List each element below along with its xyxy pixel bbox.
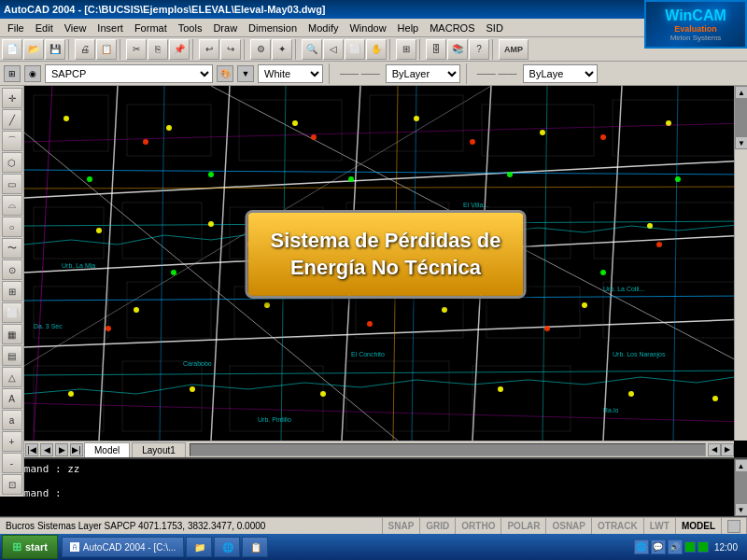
start-button[interactable]: ⊞ start	[2, 535, 58, 559]
paste-btn[interactable]: 📌	[169, 39, 190, 60]
ortho-btn[interactable]: ORTHO	[456, 518, 501, 534]
lineweight-dash: —— ——	[475, 68, 519, 78]
scroll-up-btn[interactable]: ▲	[735, 86, 747, 99]
zoom-window-btn[interactable]: ⬜	[345, 39, 365, 60]
model-btn[interactable]: MODEL	[676, 518, 722, 534]
svg-text:Ra.lo: Ra.lo	[603, 407, 618, 413]
hatch-btn[interactable]: ▦	[2, 324, 22, 344]
crosshair-btn[interactable]: ✛	[2, 88, 22, 108]
cmd-scroll-up-btn[interactable]: ▲	[735, 459, 748, 472]
vertical-scrollbar[interactable]: ▲ ▼	[734, 86, 747, 441]
copy-btn[interactable]: ⎘	[148, 39, 168, 60]
block-btn[interactable]: ⬜	[2, 302, 22, 323]
cmd-scroll-down-btn[interactable]: ▼	[735, 503, 748, 516]
menu-tools[interactable]: Tools	[173, 21, 208, 35]
zoom-realtime-btn[interactable]: 🔍	[302, 39, 322, 60]
snap-settings-btn[interactable]: ⊡	[2, 474, 22, 495]
otrack-btn[interactable]: OTRACK	[592, 518, 644, 534]
tab-first-btn[interactable]: |◀	[25, 443, 38, 456]
grid-btn[interactable]: GRID	[420, 518, 456, 534]
zoom-out-btn[interactable]: -	[2, 453, 22, 473]
zoom-in-btn[interactable]: +	[2, 431, 22, 452]
tab-layout1[interactable]: Layout1	[132, 442, 186, 457]
dtext-btn[interactable]: a	[2, 410, 22, 430]
linetype-dropdown[interactable]: ByLayer	[386, 64, 460, 83]
circle-btn[interactable]: ○	[2, 217, 22, 237]
menu-edit[interactable]: Edit	[30, 21, 59, 35]
tab-model[interactable]: Model	[84, 442, 130, 457]
amp-btn[interactable]: AMP	[499, 39, 529, 60]
line-btn[interactable]: ╱	[2, 109, 22, 130]
h-scroll-track[interactable]	[190, 443, 706, 456]
tray-green-2	[698, 541, 709, 553]
command-line-3: Command :	[6, 487, 728, 499]
adcenter-btn[interactable]: 📚	[447, 39, 468, 60]
cut-btn[interactable]: ✂	[126, 39, 147, 60]
menu-sid[interactable]: SID	[480, 21, 508, 35]
zoom-prev-btn[interactable]: ◁	[323, 39, 344, 60]
mtext-btn[interactable]: A	[2, 388, 22, 409]
match-btn[interactable]: ✦	[272, 39, 292, 60]
menu-insert[interactable]: Insert	[92, 21, 129, 35]
new-btn[interactable]: 📄	[2, 39, 22, 60]
polyline-btn[interactable]: ⌒	[2, 131, 22, 151]
osnap-btn[interactable]: OSNAP	[546, 518, 592, 534]
taskbar-item-3[interactable]: 🌐	[214, 537, 240, 557]
main-canvas[interactable]: Urb. La Mia Carabobo El Villa... Urb. La…	[24, 86, 747, 441]
properties-btn[interactable]: ⚙	[250, 39, 271, 60]
rectangle-btn[interactable]: ▭	[2, 174, 22, 194]
aerial-btn[interactable]: ⊞	[396, 39, 416, 60]
gradient-btn[interactable]: ▤	[2, 345, 22, 366]
insert-btn[interactable]: ⊞	[2, 281, 22, 301]
polar-btn[interactable]: POLAR	[501, 518, 546, 534]
print-preview-btn[interactable]: 📋	[96, 39, 117, 60]
lineweight-dropdown[interactable]: ByLaye	[523, 64, 598, 83]
taskbar-item-4[interactable]: 📋	[242, 537, 268, 557]
sep-linetype	[466, 63, 470, 84]
svg-point-72	[367, 321, 373, 327]
scroll-down-btn[interactable]: ▼	[735, 136, 747, 149]
command-scrollbar: ▲ ▼	[734, 459, 747, 516]
tray-icon-3[interactable]: 🔊	[668, 539, 683, 554]
scroll-left-btn[interactable]: ◀	[708, 443, 721, 456]
color-dropdown[interactable]: White	[258, 64, 323, 83]
snap-btn[interactable]: SNAP	[383, 518, 421, 534]
menu-dimension[interactable]: Dimension	[243, 21, 303, 35]
svg-rect-32	[34, 287, 108, 338]
layer-dropdown[interactable]: SAPCP	[45, 64, 213, 83]
redo-btn[interactable]: ↪	[220, 39, 241, 60]
menu-modify[interactable]: Modify	[303, 21, 344, 35]
arc-btn[interactable]: ⌓	[2, 195, 22, 216]
pan-btn[interactable]: ✋	[366, 39, 387, 60]
tray-icon-1[interactable]: 🌐	[634, 539, 649, 554]
region-btn[interactable]: △	[2, 367, 22, 387]
command-line-1: Command : zz	[6, 463, 728, 475]
svg-point-77	[507, 172, 513, 177]
menu-view[interactable]: View	[59, 21, 92, 35]
tab-prev-btn[interactable]: ◀	[40, 443, 53, 456]
ellipse-btn[interactable]: ⊙	[2, 259, 22, 280]
spline-btn[interactable]: 〜	[2, 238, 22, 259]
help-btn[interactable]: ?	[469, 39, 489, 60]
menu-draw[interactable]: Draw	[207, 21, 243, 35]
menu-format[interactable]: Format	[129, 21, 173, 35]
menu-help[interactable]: Help	[392, 21, 425, 35]
menu-macros[interactable]: MACROS	[424, 21, 480, 35]
dbconnect-btn[interactable]: 🗄	[426, 39, 446, 60]
open-btn[interactable]: 📂	[23, 39, 44, 60]
print-btn[interactable]: 🖨	[75, 39, 95, 60]
undo-btn[interactable]: ↩	[199, 39, 219, 60]
save-btn[interactable]: 💾	[45, 39, 65, 60]
tab-next-btn[interactable]: ▶	[55, 443, 68, 456]
tray-icon-2[interactable]: 💬	[651, 539, 666, 554]
svg-point-58	[68, 391, 74, 397]
lwt-btn[interactable]: LWT	[644, 518, 676, 534]
taskbar-item-2[interactable]: 📁	[186, 537, 212, 557]
polygon-btn[interactable]: ⬡	[2, 152, 22, 173]
taskbar-autocad-item[interactable]: 🅰 AutoCAD 2004 - [C:\...	[62, 537, 185, 557]
tab-last-btn[interactable]: ▶|	[70, 443, 83, 456]
command-text[interactable]: Command : zz nil Command :	[0, 459, 734, 516]
menu-window[interactable]: Window	[344, 21, 391, 35]
menu-file[interactable]: File	[2, 21, 30, 35]
scroll-right-btn[interactable]: ▶	[721, 443, 734, 456]
